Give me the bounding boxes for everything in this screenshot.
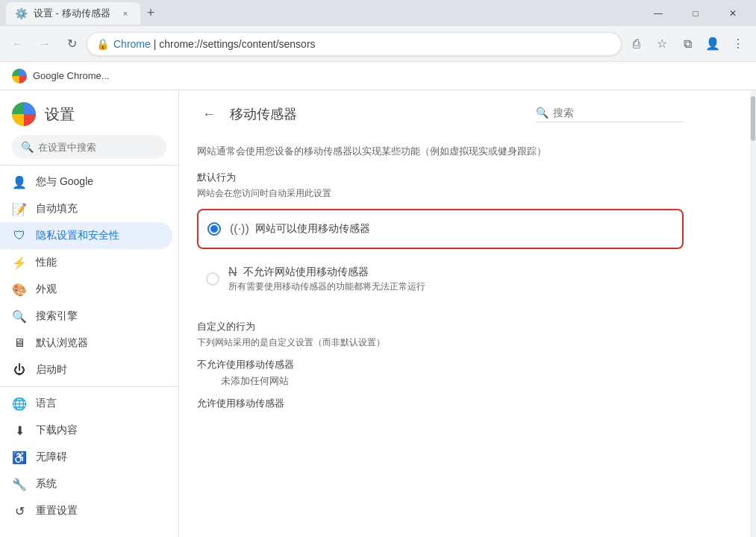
content-search-input[interactable] bbox=[553, 107, 684, 119]
option-allow[interactable]: ((·)) 网站可以使用移动传感器 bbox=[197, 209, 684, 249]
startup-icon: ⏻ bbox=[12, 362, 27, 377]
autofill-icon: 📝 bbox=[12, 201, 27, 216]
custom-section-label: 自定义的行为 bbox=[197, 320, 684, 333]
option-allow-content: ((·)) 网站可以使用移动传感器 bbox=[230, 222, 370, 236]
profile-button[interactable]: 👤 bbox=[701, 32, 725, 56]
sidebar-item-language[interactable]: 🌐 语言 bbox=[0, 390, 172, 417]
sidebar-item-system[interactable]: 🔧 系统 bbox=[0, 471, 172, 497]
tab-favicon: ⚙️ bbox=[15, 7, 28, 19]
scrollbar-thumb[interactable] bbox=[751, 96, 755, 141]
block-section-label: 不允许使用移动传感器 bbox=[197, 358, 684, 371]
close-tab-button[interactable]: × bbox=[119, 7, 131, 19]
sidebar-search-icon: 🔍 bbox=[21, 141, 34, 153]
sidebar-item-label: 重置设置 bbox=[36, 504, 78, 518]
right-scrollbar[interactable] bbox=[750, 90, 756, 537]
sidebar: 设置 🔍 👤 您与 Google 📝 自动填充 🛡 隐私设置和安全性 ⚡ 性能 … bbox=[0, 90, 179, 537]
shield-icon: 🛡 bbox=[12, 228, 27, 243]
sidebar-divider bbox=[0, 165, 178, 166]
sidebar-item-label: 性能 bbox=[36, 256, 57, 269]
sensor-icon: ((·)) bbox=[230, 222, 249, 236]
content-area: ← 移动传感器 🔍 网站通常会使用您设备的移动传感器以实现某些功能（例如虚拟现实… bbox=[179, 90, 750, 537]
option-block[interactable]: N 不允许网站使用移动传感器 所有需要使用移动传感器的功能都将无法正常运行 bbox=[197, 254, 684, 305]
radio-allow bbox=[207, 222, 221, 236]
brand-text: Google Chrome... bbox=[33, 70, 110, 81]
accessibility-icon: ♿ bbox=[12, 450, 27, 465]
content-inner: ← 移动传感器 🔍 网站通常会使用您设备的移动传感器以实现某些功能（例如虚拟现实… bbox=[179, 90, 702, 425]
sidebar-header: 设置 bbox=[0, 96, 178, 132]
sidebar-item-label: 默认浏览器 bbox=[36, 336, 88, 350]
browser-icon: 🖥 bbox=[12, 336, 27, 351]
appearance-icon: 🎨 bbox=[12, 282, 27, 297]
sidebar-item-label: 下载内容 bbox=[36, 424, 78, 437]
reset-icon: ↺ bbox=[12, 503, 27, 518]
performance-icon: ⚡ bbox=[12, 255, 27, 270]
content-header-left: ← 移动传感器 bbox=[197, 102, 297, 126]
sidebar-item-label: 搜索引擎 bbox=[36, 310, 78, 323]
tab-settings[interactable]: ⚙️ 设置 - 移动传感器 × bbox=[6, 2, 140, 25]
system-icon: 🔧 bbox=[12, 477, 27, 492]
language-icon: 🌐 bbox=[12, 396, 27, 411]
page-description: 网站通常会使用您设备的移动传感器以实现某些功能（例如虚拟现实或健身跟踪） bbox=[197, 144, 684, 159]
menu-button[interactable]: ⋮ bbox=[726, 32, 750, 56]
default-behavior-sublabel: 网站会在您访问时自动采用此设置 bbox=[197, 187, 684, 200]
sidebar-item-appearance[interactable]: 🎨 外观 bbox=[0, 276, 172, 303]
back-button[interactable]: ← bbox=[6, 32, 30, 56]
sidebar-divider-2 bbox=[0, 386, 178, 387]
default-behavior-label: 默认行为 bbox=[197, 171, 684, 184]
radio-block bbox=[206, 272, 219, 286]
sidebar-title: 设置 bbox=[45, 104, 75, 125]
sidebar-item-google[interactable]: 👤 您与 Google bbox=[0, 169, 172, 195]
sidebar-item-search[interactable]: 🔍 搜索引擎 bbox=[0, 303, 172, 330]
new-tab-button[interactable]: + bbox=[140, 3, 161, 24]
sidebar-search-input[interactable] bbox=[38, 142, 163, 153]
sidebar-item-label: 无障碍 bbox=[36, 450, 67, 464]
sidebar-item-privacy[interactable]: 🛡 隐私设置和安全性 bbox=[0, 222, 172, 249]
search-icon: 🔍 bbox=[12, 309, 27, 324]
sidebar-item-label: 隐私设置和安全性 bbox=[36, 229, 119, 242]
bookmark-button[interactable]: ☆ bbox=[650, 32, 674, 56]
content-header: ← 移动传感器 🔍 bbox=[197, 102, 684, 132]
block-sensor-icon: N bbox=[228, 266, 237, 279]
tab-title: 设置 - 移动传感器 bbox=[34, 7, 110, 20]
main-layout: 设置 🔍 👤 您与 Google 📝 自动填充 🛡 隐私设置和安全性 ⚡ 性能 … bbox=[0, 90, 756, 537]
sidebar-item-label: 您与 Google bbox=[36, 175, 93, 189]
option-block-content: N 不允许网站使用移动传感器 所有需要使用移动传感器的功能都将无法正常运行 bbox=[228, 266, 425, 293]
sidebar-item-performance[interactable]: ⚡ 性能 bbox=[0, 249, 172, 276]
sidebar-item-reset[interactable]: ↺ 重置设置 bbox=[0, 497, 172, 524]
settings-logo-icon bbox=[12, 102, 36, 126]
share-button[interactable]: ⎙ bbox=[625, 32, 649, 56]
no-sites-block-label: 未添加任何网站 bbox=[221, 374, 684, 388]
option-allow-label: ((·)) 网站可以使用移动传感器 bbox=[230, 222, 370, 236]
sidebar-item-download[interactable]: ⬇ 下载内容 bbox=[0, 417, 172, 444]
sidebar-item-label: 自动填充 bbox=[36, 202, 78, 216]
minimize-button[interactable]: — bbox=[641, 3, 675, 24]
user-icon: 👤 bbox=[12, 175, 27, 189]
content-back-button[interactable]: ← bbox=[197, 102, 221, 126]
sidebar-item-label: 系统 bbox=[36, 477, 57, 491]
security-icon: 🔒 bbox=[96, 38, 109, 50]
sidebar-item-startup[interactable]: ⏻ 启动时 bbox=[0, 357, 172, 383]
split-view-button[interactable]: ⧉ bbox=[675, 32, 699, 56]
omnibox-text: Chrome | chrome://settings/content/senso… bbox=[113, 38, 612, 50]
content-search-icon: 🔍 bbox=[536, 107, 549, 119]
option-block-label: N 不允许网站使用移动传感器 bbox=[228, 266, 425, 279]
addressbar: ← → ↻ 🔒 Chrome | chrome://settings/conte… bbox=[0, 26, 756, 62]
forward-button[interactable]: → bbox=[33, 32, 57, 56]
maximize-button[interactable]: □ bbox=[678, 3, 713, 24]
content-title: 移动传感器 bbox=[230, 105, 297, 123]
sidebar-item-label: 语言 bbox=[36, 397, 57, 410]
sidebar-search[interactable]: 🔍 bbox=[12, 135, 166, 159]
sidebar-item-label: 启动时 bbox=[36, 363, 67, 377]
content-search[interactable]: 🔍 bbox=[536, 107, 684, 122]
sidebar-item-accessibility[interactable]: ♿ 无障碍 bbox=[0, 444, 172, 471]
titlebar: ⚙️ 设置 - 移动传感器 × + — □ ✕ bbox=[0, 0, 756, 26]
close-window-button[interactable]: ✕ bbox=[716, 3, 750, 24]
sidebar-item-autofill[interactable]: 📝 自动填充 bbox=[0, 195, 172, 222]
sidebar-item-browser[interactable]: 🖥 默认浏览器 bbox=[0, 330, 172, 357]
refresh-button[interactable]: ↻ bbox=[60, 32, 84, 56]
option-block-sublabel: 所有需要使用移动传感器的功能都将无法正常运行 bbox=[228, 280, 425, 293]
omnibox[interactable]: 🔒 Chrome | chrome://settings/content/sen… bbox=[87, 32, 622, 56]
custom-section-sub: 下列网站采用的是自定义设置（而非默认设置） bbox=[197, 336, 684, 349]
allow-section-label: 允许使用移动传感器 bbox=[197, 397, 684, 410]
chrome-logo-icon bbox=[12, 69, 27, 84]
